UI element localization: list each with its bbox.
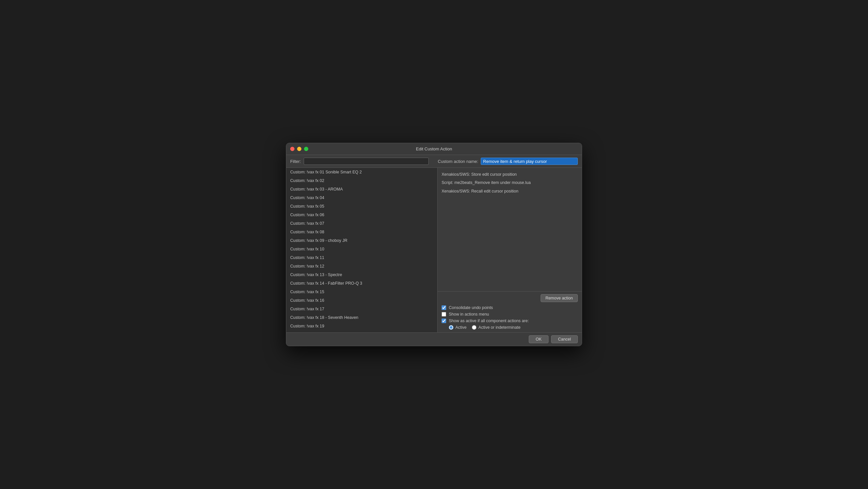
action-step-item: Xenakios/SWS: Recall edit cursor positio… xyxy=(441,187,578,195)
list-item[interactable]: Custom: !vax fx 01 Sonible Smart EQ 2 xyxy=(286,168,437,176)
list-item[interactable]: Custom: !vax fx 19 xyxy=(286,322,437,330)
action-steps-list: Xenakios/SWS: Store edit cursor position… xyxy=(438,168,582,291)
list-item[interactable]: Custom: !vax fx 02 xyxy=(286,176,437,185)
list-item[interactable]: Custom: !vax fx 11 xyxy=(286,253,437,262)
action-step-item: Xenakios/SWS: Store edit cursor position xyxy=(441,171,578,179)
list-item[interactable]: Custom: !vax fx 17 xyxy=(286,305,437,313)
list-item[interactable]: Custom: !vax fx 15 xyxy=(286,287,437,296)
titlebar: Edit Custom Action xyxy=(286,143,582,155)
list-item[interactable]: Custom: !vax fx 18 - Seventh Heaven xyxy=(286,313,437,322)
active-options-row: Active Active or indeterminate xyxy=(449,325,578,330)
show-as-active-label[interactable]: Show as active if all component actions … xyxy=(449,318,529,323)
consolidate-undo-checkbox[interactable] xyxy=(441,305,446,310)
maximize-button[interactable] xyxy=(304,147,308,151)
footer-row: OK Cancel xyxy=(286,332,582,346)
edit-custom-action-dialog: Edit Custom Action Filter: Custom action… xyxy=(286,143,582,346)
close-button[interactable] xyxy=(290,147,294,151)
right-panel: Xenakios/SWS: Store edit cursor position… xyxy=(438,168,582,332)
bottom-controls: Remove action Consolidate undo points Sh… xyxy=(438,291,582,332)
active-or-indeterminate-radio-option: Active or indeterminate xyxy=(472,325,521,330)
show-in-menu-label[interactable]: Show in actions menu xyxy=(449,312,489,316)
show-in-menu-row: Show in actions menu xyxy=(441,312,578,316)
list-item[interactable]: Custom: !vax fx 12 xyxy=(286,262,437,271)
show-as-active-checkbox[interactable] xyxy=(441,318,446,323)
active-radio[interactable] xyxy=(449,325,454,330)
list-item[interactable]: Custom: !vax fx 07 xyxy=(286,219,437,228)
active-or-indeterminate-radio-label[interactable]: Active or indeterminate xyxy=(478,325,521,330)
list-item[interactable]: Custom: !vax fx 09 - choboy JR xyxy=(286,236,437,245)
list-item[interactable]: Custom: !vax fx 08 xyxy=(286,228,437,236)
filter-input[interactable] xyxy=(304,158,429,165)
active-radio-option: Active xyxy=(449,325,467,330)
consolidate-undo-row: Consolidate undo points xyxy=(441,305,578,310)
list-item[interactable]: Custom: !vax fx 16 xyxy=(286,296,437,305)
list-item[interactable]: Custom: !vax fx 03 - AROMA xyxy=(286,185,437,193)
filter-label: Filter: xyxy=(290,159,301,164)
custom-action-name-label: Custom action name: xyxy=(438,159,478,164)
show-as-active-row: Show as active if all component actions … xyxy=(441,318,578,323)
dialog-title: Edit Custom Action xyxy=(416,147,452,151)
cancel-button[interactable]: Cancel xyxy=(551,335,578,343)
list-item[interactable]: Custom: !vax fx 10 xyxy=(286,245,437,253)
titlebar-buttons xyxy=(290,147,308,151)
remove-action-button[interactable]: Remove action xyxy=(540,294,578,302)
custom-action-name-input[interactable] xyxy=(481,158,578,165)
filter-row: Filter: Custom action name: xyxy=(286,155,582,168)
consolidate-undo-label[interactable]: Consolidate undo points xyxy=(449,305,493,310)
action-step-item: Script: me2beats_Remove item under mouse… xyxy=(441,179,578,187)
minimize-button[interactable] xyxy=(297,147,301,151)
list-item[interactable]: Custom: !vax fx 14 - FabFilter PRO-Q 3 xyxy=(286,279,437,287)
list-item[interactable]: Custom: !vax fx 13 - Spectre xyxy=(286,271,437,279)
list-item[interactable]: Custom: !vax fx 05 xyxy=(286,202,437,211)
ok-button[interactable]: OK xyxy=(529,335,549,343)
active-or-indeterminate-radio[interactable] xyxy=(472,325,476,330)
active-radio-label[interactable]: Active xyxy=(455,325,467,330)
dialog-content: Filter: Custom action name: Custom: !vax… xyxy=(286,155,582,346)
list-item[interactable]: Custom: !vax fx 04 xyxy=(286,193,437,202)
custom-actions-list[interactable]: Custom: !vax fx 01 Sonible Smart EQ 2Cus… xyxy=(286,168,438,332)
remove-btn-row: Remove action xyxy=(441,294,578,302)
show-in-actions-menu-checkbox[interactable] xyxy=(441,312,446,316)
list-item[interactable]: Custom: !vax fx 06 xyxy=(286,211,437,219)
main-area: Custom: !vax fx 01 Sonible Smart EQ 2Cus… xyxy=(286,168,582,332)
